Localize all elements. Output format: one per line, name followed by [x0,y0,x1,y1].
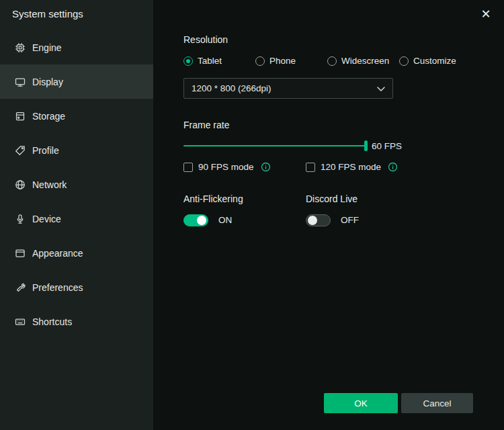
tag-icon [14,144,26,157]
sidebar-item-label: Shortcuts [32,316,72,327]
slider-handle[interactable] [364,140,368,151]
keyboard-icon [14,316,26,328]
sidebar-item-label: Preferences [32,282,83,293]
slider-track [183,145,366,146]
globe-icon [14,179,26,191]
discord-live-title: Discord Live [306,194,358,204]
sidebar-item-label: Profile [32,145,59,156]
microphone-icon [14,213,26,225]
sidebar: System settings Engine Display Storage [0,0,153,430]
window-title: System settings [12,8,83,19]
radio-label: Widescreen [341,56,389,66]
wrench-icon [14,282,26,294]
radio-label: Phone [269,56,296,66]
resolution-title: Resolution [183,34,228,45]
sidebar-item-device[interactable]: Device [0,202,153,236]
sidebar-item-engine[interactable]: Engine [0,30,153,64]
sidebar-item-label: Device [32,214,61,224]
sidebar-item-label: Network [32,179,67,190]
anti-flickering-title: Anti-Flickering [183,194,243,204]
sidebar-item-network[interactable]: Network [0,167,153,202]
ok-button[interactable]: OK [324,393,398,413]
fps120-checkbox-group[interactable]: 120 FPS mode [306,162,398,172]
radio-label: Customize [413,56,456,66]
sidebar-item-label: Appearance [32,248,83,259]
checkbox-icon[interactable] [183,163,193,172]
radio-phone[interactable]: Phone [255,56,296,66]
window-frame-icon [14,247,26,259]
sidebar-item-storage[interactable]: Storage [0,99,153,133]
sidebar-nav: Engine Display Storage Profile [0,30,153,339]
cancel-button[interactable]: Cancel [401,393,473,413]
display-icon [14,76,26,88]
sidebar-item-label: Storage [32,111,65,122]
sidebar-item-appearance[interactable]: Appearance [0,236,153,270]
checkbox-label: 120 FPS mode [321,162,381,172]
anti-flickering-state: ON [218,215,232,225]
discord-live-toggle[interactable] [306,214,331,226]
radio-label: Tablet [198,56,222,66]
sidebar-item-label: Display [32,77,63,87]
radio-icon [399,56,409,66]
storage-icon [14,110,26,122]
sidebar-item-preferences[interactable]: Preferences [0,270,153,304]
sidebar-item-profile[interactable]: Profile [0,133,153,167]
info-icon[interactable] [388,162,398,172]
discord-live-state: OFF [341,215,359,225]
sidebar-item-display[interactable]: Display [0,64,153,99]
close-icon[interactable]: ✕ [477,5,495,23]
toggle-knob [197,216,206,225]
system-settings-window: System settings Engine Display Storage [0,0,504,430]
radio-icon [183,56,193,66]
radio-icon [327,56,337,66]
fps90-checkbox-group[interactable]: 90 FPS mode [183,162,271,172]
info-icon[interactable] [261,162,271,172]
anti-flickering-toggle[interactable] [183,214,208,226]
frame-rate-title: Frame rate [183,120,229,130]
resolution-dropdown-value: 1200 * 800 (266dpi) [192,83,271,93]
checkbox-icon[interactable] [306,163,315,172]
resolution-dropdown[interactable]: 1200 * 800 (266dpi) [183,78,393,99]
checkbox-label: 90 FPS mode [198,162,254,172]
radio-tablet[interactable]: Tablet [183,56,222,66]
radio-widescreen[interactable]: Widescreen [327,56,389,66]
frame-rate-value: 60 FPS [372,141,402,151]
radio-icon [255,56,265,66]
toggle-knob [308,216,317,225]
sidebar-item-shortcuts[interactable]: Shortcuts [0,304,153,339]
sidebar-item-label: Engine [32,42,62,53]
engine-icon [14,42,26,54]
radio-customize[interactable]: Customize [399,56,456,66]
frame-rate-slider[interactable] [183,140,366,151]
chevron-down-icon [377,83,385,95]
